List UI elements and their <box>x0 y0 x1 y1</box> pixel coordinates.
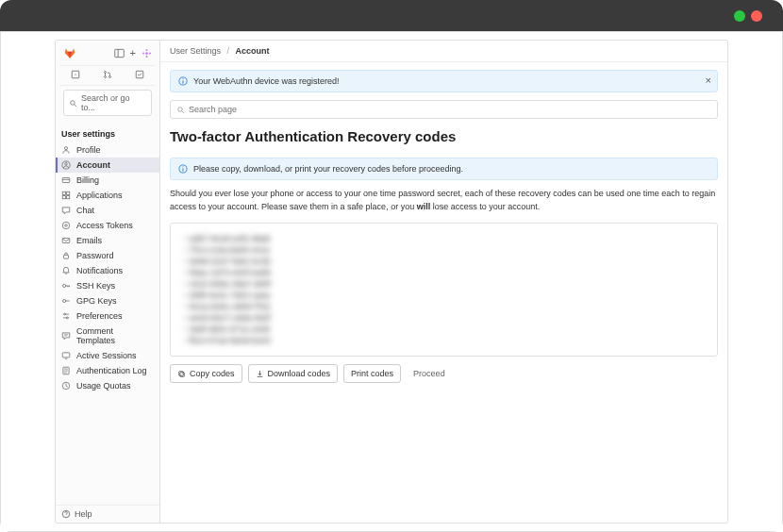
sidebar-item-billing[interactable]: Billing <box>56 173 159 188</box>
sidebar-item-profile[interactable]: Profile <box>56 142 159 158</box>
recovery-code: 7f12-cc0a-b9d3-441e <box>184 244 704 256</box>
copy-codes-button[interactable]: Copy codes <box>170 364 242 383</box>
plus-icon[interactable]: + <box>130 47 136 58</box>
merge-requests-tab[interactable] <box>92 66 124 85</box>
panel-icon[interactable] <box>114 48 125 58</box>
nav-label: Notifications <box>76 266 123 275</box>
window-minimize-button[interactable] <box>734 10 745 22</box>
page-search[interactable] <box>170 100 718 119</box>
svg-rect-22 <box>62 196 65 199</box>
nav-label: Comment Templates <box>76 326 154 345</box>
page-title: Two-factor Authentication Recovery codes <box>170 128 718 144</box>
download-icon <box>256 370 264 378</box>
download-codes-button[interactable]: Download codes <box>248 364 339 383</box>
svg-point-15 <box>64 147 67 150</box>
recovery-code: d4f8-0c91-72b3-1aee <box>184 290 704 301</box>
info-icon <box>178 164 188 174</box>
window-titlebar <box>0 0 783 31</box>
sidebar-search[interactable]: Search or go to... <box>63 90 152 116</box>
svg-rect-18 <box>62 178 70 183</box>
nav-label: Chat <box>76 206 94 215</box>
svg-line-14 <box>75 104 76 106</box>
sidebar-item-authentication-log[interactable]: Authentication Log <box>56 363 159 378</box>
nav-label: Usage Quotas <box>76 381 131 391</box>
sidebar-item-comment-templates[interactable]: Comment Templates <box>56 324 159 348</box>
svg-rect-52 <box>179 371 184 375</box>
svg-point-47 <box>178 107 183 111</box>
recovery-code: 3a5f-d20c-971e-4cb8 <box>184 324 704 335</box>
svg-point-4 <box>145 55 147 57</box>
breadcrumb-parent[interactable]: User Settings <box>170 46 221 56</box>
sidebar-item-notifications[interactable]: Notifications <box>56 263 159 278</box>
svg-rect-23 <box>67 196 70 199</box>
svg-point-46 <box>183 78 184 79</box>
window-close-button[interactable] <box>751 10 762 22</box>
sidebar-item-ssh-keys[interactable]: SSH Keys <box>56 278 159 293</box>
integrations-icon[interactable] <box>142 48 152 58</box>
gitlab-logo-icon[interactable] <box>63 46 76 59</box>
copy-notice-alert: Please copy, download, or print your rec… <box>170 158 718 180</box>
description: Should you ever lose your phone or acces… <box>170 188 718 213</box>
sidebar-item-access-tokens[interactable]: Access Tokens <box>56 218 159 233</box>
recovery-code: 59ac-1d73-402f-ee88 <box>184 267 704 278</box>
recovery-code: 821a-6e5c-4d09-f7b2 <box>184 301 704 312</box>
breadcrumb-current: Account <box>236 46 270 56</box>
sidebar-item-password[interactable]: Password <box>56 248 159 263</box>
nav-label: Password <box>76 251 114 260</box>
svg-point-25 <box>65 224 68 227</box>
recovery-code: f914-57a2-8e0d-bc63 <box>184 335 704 346</box>
search-icon <box>69 99 77 108</box>
sidebar-item-active-sessions[interactable]: Active Sessions <box>56 348 159 363</box>
alert-text: Your WebAuthn device was registered! <box>193 76 340 86</box>
nav-label: Access Tokens <box>76 221 133 230</box>
svg-point-13 <box>71 100 75 105</box>
sidebar-item-account[interactable]: Account <box>56 158 159 173</box>
svg-point-51 <box>183 166 184 167</box>
sidebar-item-chat[interactable]: Chat <box>56 203 159 218</box>
svg-point-29 <box>63 299 66 302</box>
copy-icon <box>177 370 186 378</box>
breadcrumb: User Settings / Account <box>160 41 727 62</box>
svg-point-6 <box>149 52 151 54</box>
proceed-button[interactable]: Proceed <box>407 364 452 383</box>
svg-point-8 <box>75 74 75 75</box>
svg-point-3 <box>145 49 147 51</box>
recovery-code: ee03-b917-c8da-562f <box>184 312 704 324</box>
svg-point-32 <box>64 313 66 315</box>
print-codes-button[interactable]: Print codes <box>343 364 401 383</box>
alert-close-icon[interactable]: × <box>706 75 711 86</box>
svg-point-11 <box>109 76 111 78</box>
sidebar-item-preferences[interactable]: Preferences <box>56 308 159 324</box>
svg-point-10 <box>105 76 107 78</box>
help-link[interactable]: Help <box>56 505 159 523</box>
recovery-code: a3b7-9c2d-e4f1-88ab <box>184 233 704 244</box>
recovery-codes-box: a3b7-9c2d-e4f1-88ab7f12-cc0a-b9d3-441e0e… <box>170 223 718 357</box>
svg-rect-27 <box>64 255 69 258</box>
svg-rect-0 <box>114 49 124 57</box>
todos-tab[interactable] <box>124 66 156 85</box>
info-icon <box>178 76 188 86</box>
main-content: User Settings / Account Your WebAuthn de… <box>160 41 727 523</box>
svg-point-33 <box>66 317 68 319</box>
svg-rect-36 <box>62 353 70 357</box>
sidebar-item-emails[interactable]: Emails <box>56 233 159 248</box>
nav-label: Emails <box>76 236 102 245</box>
page-search-input[interactable] <box>189 105 711 114</box>
svg-point-2 <box>145 52 148 55</box>
svg-rect-21 <box>67 191 70 194</box>
svg-point-28 <box>63 284 66 287</box>
svg-point-5 <box>142 52 144 54</box>
nav-label: GPG Keys <box>76 296 117 306</box>
search-icon <box>176 106 185 114</box>
svg-rect-26 <box>62 239 70 243</box>
help-label: Help <box>75 509 92 519</box>
svg-point-16 <box>65 163 68 166</box>
success-alert: Your WebAuthn device was registered! × <box>170 70 718 92</box>
sidebar-item-gpg-keys[interactable]: GPG Keys <box>56 293 159 308</box>
nav-label: Applications <box>76 191 123 200</box>
sidebar-item-applications[interactable]: Applications <box>56 188 159 203</box>
sidebar-item-usage-quotas[interactable]: Usage Quotas <box>56 378 159 393</box>
recovery-code: 0e8d-2247-fa91-bc36 <box>184 256 704 267</box>
issues-tab[interactable] <box>59 66 92 85</box>
help-icon <box>61 509 71 519</box>
